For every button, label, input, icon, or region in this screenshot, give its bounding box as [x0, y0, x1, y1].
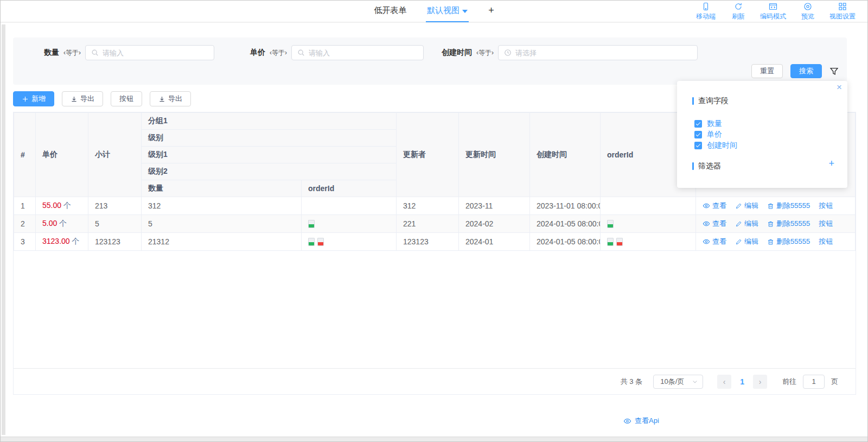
cell-price: 3123.00个 [36, 233, 88, 251]
pagination-bar: 共 3 条 10条/页 ‹ 1 › 前往 页 [14, 368, 856, 394]
view-api-link[interactable]: 查看Api [623, 416, 659, 426]
vertical-scrollbar[interactable] [2, 24, 5, 435]
eye-icon [703, 202, 710, 210]
pencil-icon [735, 203, 742, 210]
col-header-index[interactable]: # [14, 113, 36, 197]
refresh-button[interactable]: 刷新 [727, 2, 749, 21]
code-window-icon [769, 2, 777, 11]
add-view-tab[interactable]: + [487, 0, 495, 22]
price-filter-operator[interactable]: ‹等于› [270, 48, 287, 58]
table-row[interactable]: 3 3123.00个 123123 21312 123123 2024-01 2… [14, 233, 856, 251]
xlsx-file-icon[interactable] [607, 220, 614, 228]
cell-update-time: 2024-01 [459, 233, 530, 251]
current-page[interactable]: 1 [738, 377, 746, 386]
delete-link[interactable]: 删除55555 [767, 201, 810, 211]
cell-updater: 312 [397, 197, 459, 215]
delete-link[interactable]: 删除55555 [767, 237, 810, 247]
close-icon[interactable]: × [837, 82, 842, 93]
create-time-filter-label: 创建时间 [442, 48, 472, 58]
export-button-1-label: 导出 [80, 94, 94, 104]
query-fields-title-text: 查询字段 [698, 96, 729, 106]
edit-link[interactable]: 编辑 [735, 201, 758, 211]
pdf-file-icon[interactable] [616, 238, 623, 246]
row-button-link[interactable]: 按钮 [819, 219, 833, 229]
search-button[interactable]: 搜索 [790, 64, 822, 78]
trash-icon [767, 203, 774, 210]
col-header-create-time[interactable]: 创建时间 [530, 113, 601, 197]
export-button-2[interactable]: 导出 [150, 91, 191, 106]
view-link[interactable]: 查看 [703, 219, 726, 229]
goto-page-input[interactable] [803, 375, 825, 389]
search-panel: 数量 ‹等于› 单价 ‹等于› 创建时间 ‹等于› [13, 37, 847, 85]
page-size-select[interactable]: 10条/页 [653, 375, 703, 389]
next-page-button[interactable]: › [753, 375, 767, 389]
topbar-actions: 移动端 刷新 编码模式 预览 [695, 2, 856, 21]
checkbox-checked-icon [694, 142, 702, 149]
pdf-file-icon[interactable] [317, 238, 324, 246]
cell-index: 2 [14, 215, 36, 233]
reset-button[interactable]: 重置 [751, 64, 783, 78]
price-unit: 个 [63, 201, 71, 210]
create-time-filter-operator[interactable]: ‹等于› [476, 48, 494, 58]
export-button-1[interactable]: 导出 [62, 91, 103, 106]
quantity-filter-input[interactable] [103, 49, 208, 57]
col-header-level2[interactable]: 级别2 [142, 163, 397, 180]
view-link[interactable]: 查看 [703, 201, 726, 211]
horizontal-scrollbar[interactable] [1, 437, 867, 441]
price-filter-input[interactable] [309, 49, 418, 57]
table-row[interactable]: 2 5.00个 5 5 221 2024-02 2024-01-05 08:00… [14, 215, 856, 233]
cell-group-order-id [302, 215, 397, 233]
row-button-link[interactable]: 按钮 [819, 201, 833, 211]
cell-actions: 查看 编辑 删除55555 按钮 [696, 197, 856, 215]
checkbox-create-time[interactable]: 创建时间 [694, 141, 737, 150]
table-row[interactable]: 1 55.00个 213 312 312 2023-11 2023-11-01 … [14, 197, 856, 215]
cell-order-id [601, 233, 696, 251]
view-settings-button[interactable]: 视图设置 [829, 2, 856, 21]
checkbox-quantity[interactable]: 数量 [694, 119, 722, 129]
view-label: 查看 [712, 237, 726, 247]
xlsx-file-icon[interactable] [308, 220, 315, 228]
xlsx-file-icon[interactable] [308, 238, 315, 246]
add-button-label: 新增 [31, 94, 46, 104]
checkbox-checked-icon [694, 120, 702, 128]
col-header-level1[interactable]: 级别1 [142, 147, 397, 163]
trash-icon [767, 238, 774, 245]
cell-update-time: 2023-11 [459, 197, 530, 215]
app-window: 低开表单 默认视图 + 移动端 刷新 [0, 0, 868, 442]
refresh-label: 刷新 [732, 12, 745, 21]
xlsx-file-icon[interactable] [607, 238, 614, 246]
edit-link[interactable]: 编辑 [735, 237, 758, 247]
view-link[interactable]: 查看 [703, 237, 726, 247]
col-header-price[interactable]: 单价 [36, 113, 88, 197]
mobile-button[interactable]: 移动端 [695, 2, 717, 21]
col-header-updater[interactable]: 更新者 [397, 113, 459, 197]
quantity-filter-operator[interactable]: ‹等于› [63, 48, 81, 58]
edit-link[interactable]: 编辑 [735, 219, 758, 229]
col-header-group1[interactable]: 分组1 [142, 113, 397, 130]
filter-funnel-icon[interactable] [829, 67, 839, 76]
cell-create-time: 2023-11-01 08:00:00 [530, 197, 601, 215]
preview-eye-icon [803, 2, 812, 11]
checkbox-price[interactable]: 单价 [694, 130, 722, 140]
price-filter-label: 单价 [250, 48, 265, 58]
create-time-filter-input[interactable] [515, 49, 692, 57]
preview-button[interactable]: 预览 [797, 2, 819, 21]
col-header-quantity[interactable]: 数量 [142, 180, 302, 197]
custom-button[interactable]: 按钮 [111, 91, 142, 106]
query-fields-section-title: 查询字段 [692, 96, 729, 106]
tab-default-view[interactable]: 默认视图 [426, 0, 469, 22]
tab-form[interactable]: 低开表单 [373, 0, 407, 22]
code-mode-button[interactable]: 编码模式 [760, 2, 786, 21]
col-header-update-time[interactable]: 更新时间 [459, 113, 530, 197]
cell-create-time: 2024-01-05 08:00:00 [530, 233, 601, 251]
add-button[interactable]: 新增 [13, 91, 54, 106]
col-header-order-id-sub[interactable]: orderId [302, 180, 397, 197]
view-settings-label: 视图设置 [829, 12, 856, 21]
search-icon [297, 49, 305, 56]
add-filter-button[interactable]: + [828, 158, 834, 169]
delete-link[interactable]: 删除55555 [767, 219, 810, 229]
col-header-subtotal[interactable]: 小计 [88, 113, 142, 197]
prev-page-button[interactable]: ‹ [717, 375, 731, 389]
col-header-level[interactable]: 级别 [142, 130, 397, 147]
row-button-link[interactable]: 按钮 [819, 237, 833, 247]
